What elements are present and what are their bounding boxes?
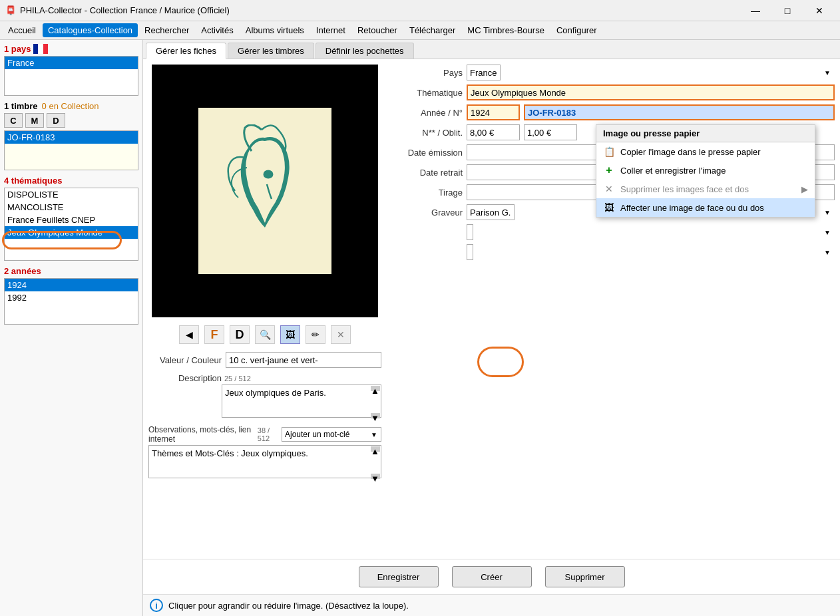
- mot-cle-select[interactable]: Ajouter un mot-clé: [282, 427, 381, 442]
- extra-field2-wrapper: [467, 244, 835, 260]
- info-text: Cliquer pour agrandir ou réduire l'image…: [168, 601, 409, 611]
- submenu-arrow: ▶: [801, 184, 808, 194]
- graveur-select[interactable]: Parison G.: [467, 204, 515, 220]
- annee-1992[interactable]: 1992: [5, 291, 138, 304]
- svg-rect-2: [43, 44, 48, 54]
- thematique-input[interactable]: [467, 84, 835, 100]
- pays-list[interactable]: France: [4, 56, 138, 96]
- thematique-jeux-olympiques[interactable]: Jeux Olympiques Monde: [5, 226, 138, 239]
- description-scrollbar[interactable]: ▲ ▼: [371, 386, 380, 418]
- observations-section: Observations, mots-clés, lien internet 3…: [148, 425, 381, 480]
- extra-field2-row: [389, 244, 835, 260]
- tab-c[interactable]: C: [4, 113, 23, 128]
- menu-albums[interactable]: Albums virtuels: [240, 23, 310, 37]
- svg-point-38: [192, 237, 198, 244]
- close-button[interactable]: ✕: [804, 3, 835, 19]
- menu-catalogues[interactable]: Catalogues-Collection: [43, 23, 138, 37]
- thematiques-list[interactable]: DISPOLISTE MANCOLISTE France Feuillets C…: [4, 188, 138, 261]
- svg-point-57: [264, 171, 272, 178]
- pays-section: 1 pays France: [4, 44, 138, 96]
- extra-field1-select[interactable]: [467, 224, 473, 240]
- stamp-list[interactable]: JO-FR-0183: [4, 130, 138, 170]
- context-menu-copy[interactable]: 📋 Copier l'image dans le presse papier: [596, 142, 815, 161]
- maximize-button[interactable]: □: [772, 3, 803, 19]
- oblit-input[interactable]: [524, 124, 577, 140]
- perforations-bottom: [192, 274, 338, 281]
- thematique-france-feuillets[interactable]: France Feuillets CNEP: [5, 214, 138, 226]
- titlebar: 📮 PHILA-Collector - Collection France / …: [0, 0, 840, 21]
- valeur-row: Valeur / Couleur: [148, 352, 381, 368]
- image-button[interactable]: 🖼: [280, 325, 300, 344]
- paste-label: Coller et enregistrer l'image: [620, 166, 726, 176]
- menu-activites[interactable]: Activités: [196, 23, 238, 37]
- menu-accueil[interactable]: Accueil: [3, 23, 41, 37]
- svg-point-20: [255, 275, 262, 282]
- svg-point-9: [267, 101, 274, 108]
- observations-input-container: Thèmes et Mots-Clés : Jeux olympiques. ▲…: [148, 445, 381, 480]
- content-area: ◀ F D 🔍 🖼 ✏ ✕ Valeur / Couleur: [143, 59, 840, 559]
- extra-field2-select[interactable]: [467, 244, 473, 260]
- minimize-button[interactable]: —: [740, 3, 771, 19]
- supprimer-button[interactable]: Supprimer: [545, 566, 625, 587]
- obs-scroll-up[interactable]: ▲: [371, 446, 380, 452]
- tab-definir-pochettes[interactable]: Définir les pochettes: [315, 43, 414, 59]
- annee-form-row: Année / N°: [389, 104, 835, 120]
- context-menu: Image ou presse papier 📋 Copier l'image …: [596, 124, 815, 218]
- svg-point-56: [331, 272, 338, 279]
- svg-rect-0: [33, 44, 38, 54]
- delete-label: Supprimer les images face et dos: [620, 184, 749, 194]
- context-menu-delete[interactable]: ✕ Supprimer les images face et dos ▶: [596, 180, 815, 198]
- tab-d[interactable]: D: [47, 113, 65, 128]
- annees-list[interactable]: 1924 1992: [4, 278, 138, 325]
- description-textarea[interactable]: Jeux olympiques de Paris.: [222, 385, 381, 418]
- menu-configurer[interactable]: Configurer: [551, 23, 602, 37]
- annee-1924[interactable]: 1924: [5, 279, 138, 291]
- numero-input[interactable]: [524, 104, 835, 120]
- pays-item-france[interactable]: France: [5, 57, 138, 69]
- svg-point-45: [331, 140, 338, 147]
- svg-point-5: [219, 101, 226, 108]
- context-menu-assign[interactable]: 🖼 Affecter une image de face ou du dos: [596, 198, 815, 217]
- tirage-label: Tirage: [389, 188, 463, 198]
- menu-rechercher[interactable]: Rechercher: [139, 23, 194, 37]
- annee-input[interactable]: [467, 104, 520, 120]
- pays-select[interactable]: France: [467, 65, 501, 80]
- tab-gerer-timbres[interactable]: Gérer les timbres: [228, 43, 314, 59]
- stamp-item[interactable]: JO-FR-0183: [5, 131, 138, 144]
- valeur-input[interactable]: [226, 352, 381, 368]
- paste-icon: +: [603, 164, 615, 176]
- obs-scroll-down[interactable]: ▼: [371, 474, 380, 479]
- svg-point-51: [331, 212, 338, 219]
- extra-field1-wrapper: [467, 224, 835, 240]
- menu-telecharger[interactable]: Télécharger: [404, 23, 461, 37]
- d-button[interactable]: D: [230, 325, 250, 344]
- observations-textarea[interactable]: Thèmes et Mots-Clés : Jeux olympiques.: [148, 445, 381, 478]
- close-image-button[interactable]: ✕: [331, 325, 351, 344]
- svg-point-46: [331, 152, 338, 159]
- tab-gerer-fiches[interactable]: Gérer les fiches: [146, 43, 226, 59]
- titlebar-left: 📮 PHILA-Collector - Collection France / …: [5, 5, 230, 15]
- zoom-button[interactable]: 🔍: [255, 325, 275, 344]
- edit-button[interactable]: ✏: [306, 325, 325, 344]
- enregistrer-button[interactable]: Enregistrer: [359, 566, 439, 587]
- stamp-display[interactable]: [152, 65, 378, 317]
- thematique-mancoliste[interactable]: MANCOLISTE: [5, 201, 138, 214]
- prev-button[interactable]: ◀: [179, 325, 199, 344]
- f-button[interactable]: F: [204, 325, 224, 344]
- menu-retoucher[interactable]: Retoucher: [352, 23, 403, 37]
- n-input[interactable]: [467, 124, 520, 140]
- svg-point-55: [331, 261, 338, 268]
- tab-m[interactable]: M: [25, 113, 44, 128]
- menubar: Accueil Catalogues-Collection Rechercher…: [0, 21, 840, 40]
- creer-button[interactable]: Créer: [452, 566, 532, 587]
- scroll-up[interactable]: ▲: [371, 386, 380, 391]
- menu-internet[interactable]: Internet: [311, 23, 351, 37]
- thematique-dispoliste[interactable]: DISPOLISTE: [5, 188, 138, 201]
- bottom-buttons: Enregistrer Créer Supprimer: [143, 559, 840, 594]
- menu-mc-timbres[interactable]: MC Timbres-Bourse: [462, 23, 550, 37]
- scroll-down[interactable]: ▼: [371, 413, 380, 418]
- app-icon: 📮: [5, 5, 16, 15]
- description-count: 25 / 512: [224, 375, 251, 383]
- obs-scrollbar[interactable]: ▲ ▼: [371, 446, 380, 479]
- context-menu-paste[interactable]: + Coller et enregistrer l'image: [596, 161, 815, 180]
